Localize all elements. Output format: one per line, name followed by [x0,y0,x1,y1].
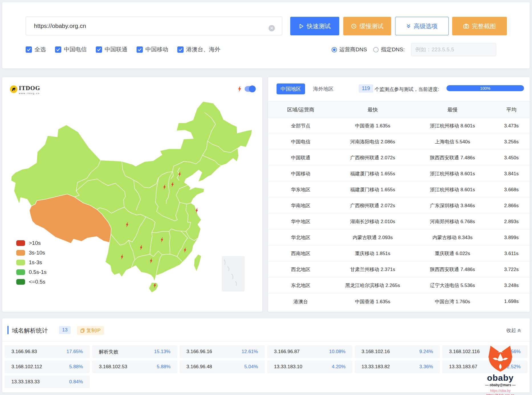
legend-swatch-lightgreen [16,260,25,265]
collapse-button[interactable]: 收起 [506,327,521,334]
dns-stats-card: 域名解析统计 13 复制IP 收起 3.166.96.8317.65% 解析失败… [2,318,530,392]
table-row[interactable]: 西南地区重庆移动 1.851s重庆联通 6.022s3.611s [268,246,530,262]
legend-swatch-orange [16,250,25,256]
ip-stat-cell[interactable]: 3.166.96.8710.08% [267,345,352,358]
ip-stat-cell[interactable]: 3.168.102.169.24% [355,345,440,358]
ip-stat-cell[interactable]: 3.166.96.485.04% [180,361,265,373]
map-inset-south-china-sea [222,256,245,292]
table-row[interactable]: 中国联通广西柳州联通 2.072s陕西西安联通 7.486s3.450s [268,150,530,166]
toggle-track[interactable] [245,86,255,92]
test-toolbar-card: https://obaby.org.cn ✕ 快速测试 缓慢测试 高级选项 完整… [2,2,530,68]
ip-stat-cell[interactable]: 13.33.183.330.84% [5,376,90,388]
checkbox-checked-icon [96,46,102,53]
checkbox-china-mobile[interactable]: 中国移动 [137,46,168,53]
copy-ip-button[interactable]: 复制IP [77,326,104,335]
dns-stats-title: 域名解析统计 [12,327,48,335]
obaby-watermark: obaby — obaby@mars — https://oba.by http… [479,346,522,395]
clear-url-icon[interactable]: ✕ [269,25,275,31]
checkbox-checked-icon [177,46,184,53]
map-speed-toggle[interactable] [237,85,255,92]
itdog-dog-icon [10,85,18,93]
table-row[interactable]: 华中地区湖南长沙移动 2.010s河南郑州移动 6.768s2.893s [268,214,530,230]
map-mainland [11,101,252,281]
checkbox-china-telecom[interactable]: 中国电信 [55,46,87,53]
double-chevron-up-icon [517,328,521,333]
table-row[interactable]: 西北地区甘肃兰州移动 2.371s陕西西安联通 7.486s3.722s [268,262,530,278]
ip-stat-cell[interactable]: 3.168.102.1125.88% [5,361,90,373]
checkbox-checked-icon [26,46,32,53]
copy-icon [80,328,85,333]
progress-bar: 100% [446,85,524,91]
checkbox-overseas[interactable]: 港澳台、海外 [177,46,220,53]
ip-stat-cell[interactable]: 3.166.96.8317.65% [5,345,90,358]
ip-stat-cell[interactable]: 3.168.102.535.88% [92,361,177,373]
fast-test-button[interactable]: 快速测试 [290,17,339,35]
legend-swatch-green [16,269,25,275]
table-row[interactable]: 东北地区黑龙江哈尔滨移动 2.265s辽宁大连电信 5.536s3.248s [268,278,530,294]
lightning-icon [237,85,242,92]
timer-icon [351,23,357,29]
region-tabs: 中国地区 海外地区 [277,84,338,94]
advanced-options-button[interactable]: 高级选项 [395,17,449,35]
camera-icon [463,23,469,29]
ip-stat-cell[interactable]: 13.33.183.823.36% [355,361,440,373]
monitor-caption: 个监测点参与测试，当前进度: [375,86,439,93]
checkbox-checked-icon [137,46,143,53]
ip-count-badge: 13 [59,326,71,334]
table-header-row: 区域/运营商 最快 最慢 平均 [268,101,530,118]
checkbox-select-all[interactable]: 全选 [26,46,46,53]
ip-stat-cell[interactable]: 13.33.183.104.20% [267,361,352,373]
monitor-count-badge: 119 [359,84,373,93]
itdog-logo: ITDOG www.itdog.cn [10,85,40,95]
map-legend: >10s 3s-10s 1s-3s 0.5s-1s <=0.5s [16,240,46,289]
url-value: https://obaby.org.cn [34,23,86,29]
results-card: 中国地区 海外地区 119 个监测点参与测试，当前进度: 100% 区域/运营商… [268,77,530,312]
dns-options-row: 运营商DNS 指定DNS: 例如：223.5.5.5 [332,42,496,57]
play-icon [299,24,304,29]
table-row[interactable]: 华南地区广西柳州联通 2.072s广东深圳移动 3.846s2.866s [268,198,530,214]
tab-china-region[interactable]: 中国地区 [277,84,305,94]
map-region-taiwan [194,254,201,272]
legend-swatch-red [16,240,25,246]
url-input[interactable]: https://obaby.org.cn [26,17,282,35]
ip-stats-grid: 3.166.96.8317.65% 解析失败15.13% 3.166.96.16… [5,345,527,388]
custom-dns-input[interactable]: 例如：223.5.5.5 [411,43,496,56]
ip-stat-cell[interactable]: 解析失败15.13% [92,345,177,358]
table-row[interactable]: 华北地区内蒙古联通 2.093s内蒙古移动 8.343s3.899s [268,230,530,246]
toggle-knob[interactable] [249,85,256,92]
accent-bar [7,326,9,334]
dns-stats-header: 域名解析统计 13 复制IP 收起 [2,318,530,342]
table-row[interactable]: 华东地区福建厦门移动 1.655s浙江杭州移动 8.601s3.668s [268,182,530,198]
china-map-card: ITDOG www.itdog.cn >10s 3s-10s 1s-3s 0.5… [2,77,262,312]
isp-checkbox-row: 全选 中国电信 中国联通 中国移动 港澳台、海外 [26,46,230,53]
table-row[interactable]: 港澳台中国香港 1.635s中国台湾 1.760s1.698s [268,294,530,310]
checkbox-china-unicom[interactable]: 中国联通 [96,46,127,53]
results-table: 区域/运营商 最快 最慢 平均 全部节点中国香港 1.635s浙江杭州移动 8.… [268,101,530,310]
legend-swatch-darkgreen [16,279,25,285]
watermark-link[interactable]: https://h4ck.org.cn [479,393,522,395]
radio-isp-dns[interactable] [332,47,337,52]
tab-overseas-region[interactable]: 海外地区 [309,84,338,94]
checkbox-checked-icon [55,46,61,53]
map-region-hainan [149,282,158,293]
fox-logo-icon [487,346,514,372]
slow-test-button[interactable]: 缓慢测试 [343,17,391,35]
double-chevron-down-icon [406,24,411,29]
table-row[interactable]: 中国移动福建厦门移动 1.655s浙江杭州移动 8.601s3.841s [268,166,530,182]
full-screenshot-button[interactable]: 完整截图 [452,17,507,35]
radio-custom-dns[interactable] [373,47,379,52]
table-row[interactable]: 中国电信河南洛阳电信 2.086s上海电信 5.540s3.256s [268,134,530,150]
table-row[interactable]: 全部节点中国香港 1.635s浙江杭州移动 8.601s3.473s [268,118,530,134]
watermark-link[interactable]: https://oba.by [479,389,522,393]
ip-stat-cell[interactable]: 3.166.96.1612.61% [180,345,265,358]
